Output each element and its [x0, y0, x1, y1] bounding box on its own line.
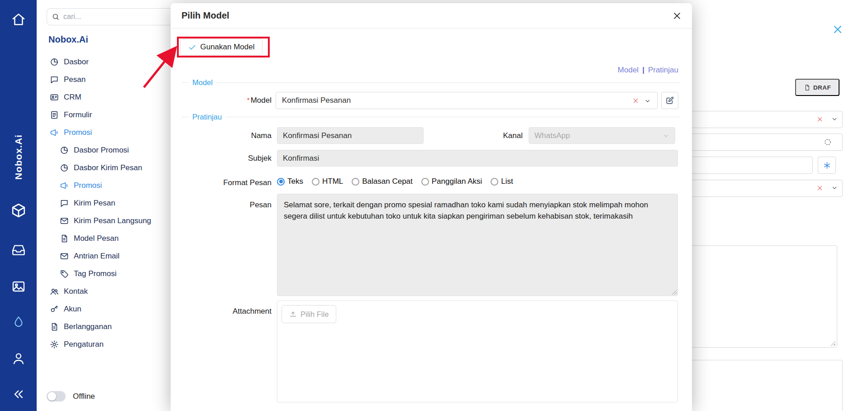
collapse-sidebar-icon[interactable]: [11, 387, 26, 401]
model-select[interactable]: Konfirmasi Pesanan: [276, 92, 658, 109]
section-pratinjau-label: Pratinjau: [192, 113, 222, 121]
edit-model-button[interactable]: [661, 92, 678, 109]
file-icon: [804, 84, 811, 91]
dashboard-icon: [60, 163, 69, 172]
radio-circle: [421, 178, 429, 186]
kanal-select[interactable]: WhatsApp: [529, 127, 675, 144]
required-marker: *: [247, 96, 250, 104]
clear-icon[interactable]: [632, 97, 639, 104]
spinner-icon: [824, 138, 832, 146]
pilih-file-label: Pilih File: [300, 310, 329, 319]
radio-circle: [491, 178, 498, 186]
use-model-button[interactable]: Gunakan Model: [180, 39, 262, 55]
chevron-down-icon: [663, 132, 670, 139]
sidebar-item-label: Pesan: [64, 75, 86, 84]
offline-toggle-wrap: Offline: [47, 391, 95, 401]
rail-brand-vertical: Nobox.Ai: [0, 119, 37, 196]
section-model-label: Model: [192, 78, 213, 87]
model-field-label: *Model: [171, 96, 272, 105]
sidebar-item-label: Promosi: [64, 128, 92, 137]
sidebar-item-label: Antrian Email: [74, 252, 119, 261]
chevron-down-icon[interactable]: [831, 184, 838, 191]
app-rail: Nobox.Ai: [0, 0, 37, 411]
sidebar-item-label: Kontak: [64, 287, 88, 296]
subjek-field-label: Subjek: [171, 154, 272, 163]
sidebar-item-label: Dasbor Kirim Pesan: [74, 163, 142, 172]
pesan-textarea[interactable]: Selamat sore, terkait dengan promo spesi…: [277, 194, 678, 296]
use-model-label: Gunakan Model: [200, 43, 254, 52]
nama-input[interactable]: [277, 127, 424, 144]
radio-teks[interactable]: Teks: [277, 177, 303, 186]
idcard-icon: [50, 93, 59, 102]
sidebar-item-label: CRM: [64, 93, 81, 102]
tab-pratinjau[interactable]: Pratinjau: [648, 66, 678, 75]
resize-handle[interactable]: [831, 341, 835, 346]
inbox-icon[interactable]: [11, 243, 26, 257]
clear-icon[interactable]: [816, 185, 823, 191]
panel-close-icon[interactable]: [832, 24, 844, 35]
pilih-file-button[interactable]: Pilih File: [281, 305, 336, 323]
sidebar-item-label: Promosi: [74, 181, 102, 190]
draf-button[interactable]: DRAF: [795, 79, 839, 96]
ink-drop-icon[interactable]: [12, 315, 25, 329]
tab-separator: |: [642, 66, 644, 75]
pilih-model-modal: Pilih Model Gunakan Model Model | Pratin…: [171, 3, 692, 411]
offline-toggle[interactable]: [47, 391, 66, 401]
modal-close-icon[interactable]: [672, 11, 682, 21]
radio-html[interactable]: HTML: [312, 177, 343, 186]
section-model: Model: [171, 78, 692, 87]
section-pratinjau: Pratinjau: [171, 113, 692, 121]
radio-label: List: [501, 177, 513, 186]
toggle-knob: [48, 392, 56, 401]
resize-handle[interactable]: [672, 290, 677, 295]
chevron-down-icon[interactable]: [831, 115, 838, 123]
sidebar-item-label: Kirim Pesan: [74, 199, 115, 208]
dashboard-icon: [60, 146, 69, 155]
kanal-field-label: Kanal: [422, 131, 523, 140]
nama-field-label: Nama: [171, 131, 272, 140]
check-icon: [188, 43, 196, 52]
edit-icon: [665, 96, 674, 105]
draf-label: DRAF: [813, 84, 831, 91]
search-box[interactable]: [47, 8, 182, 25]
dashboard-icon: [50, 57, 59, 67]
radio-label: HTML: [322, 177, 343, 186]
radio-label: Panggilan Aksi: [432, 177, 482, 186]
offline-label: Offline: [73, 392, 95, 401]
search-input[interactable]: [63, 13, 177, 21]
sidebar-item-label: Formulir: [64, 110, 92, 119]
radio-balasan-cepat[interactable]: Balasan Cepat: [352, 177, 413, 186]
format-pesan-label: Format Pesan: [171, 178, 272, 187]
subjek-input[interactable]: [277, 150, 678, 167]
media-icon[interactable]: [11, 279, 26, 294]
radio-circle: [312, 178, 320, 186]
radio-list[interactable]: List: [491, 177, 513, 186]
doc-icon: [50, 322, 59, 331]
model-select-value: Konfirmasi Pesanan: [282, 96, 351, 105]
modal-header: Pilih Model: [171, 3, 692, 29]
ai-generate-button[interactable]: [818, 157, 836, 174]
sidebar-item-label: Pengaturan: [64, 340, 104, 349]
sidebar-brand: Nobox.Ai: [48, 34, 88, 45]
format-radio-group: TeksHTMLBalasan CepatPanggilan AksiList: [277, 177, 513, 186]
home-icon[interactable]: [11, 12, 26, 27]
key-icon: [50, 305, 59, 314]
attachment-field-label: Attachment: [171, 307, 272, 316]
radio-panggilan-aksi[interactable]: Panggilan Aksi: [421, 177, 482, 186]
tag-icon: [60, 269, 69, 278]
person-icon[interactable]: [11, 351, 26, 366]
sparkle-icon: [823, 161, 831, 170]
tab-model[interactable]: Model: [618, 66, 639, 75]
sidebar-item-label: Berlangganan: [64, 322, 112, 331]
megaphone-icon: [50, 128, 59, 137]
doc-icon: [60, 234, 69, 243]
box-logo-icon[interactable]: [10, 202, 27, 219]
clear-icon[interactable]: [816, 116, 823, 123]
chevron-down-icon[interactable]: [644, 97, 651, 105]
radio-label: Balasan Cepat: [362, 177, 413, 186]
modal-tabs: Model | Pratinjau: [618, 66, 678, 75]
sidebar-item-label: Tag Promosi: [74, 269, 116, 278]
sidebar-item-label: Kirim Pesan Langsung: [74, 216, 151, 225]
radio-label: Teks: [287, 177, 303, 186]
attachment-dropzone[interactable]: Pilih File: [277, 301, 678, 402]
